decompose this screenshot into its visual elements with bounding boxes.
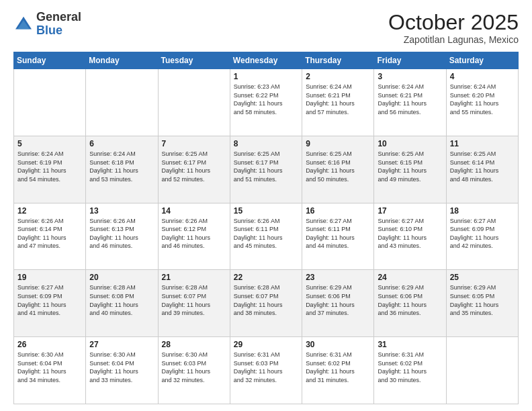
calendar-cell: 26Sunrise: 6:30 AM Sunset: 6:04 PM Dayli…: [14, 337, 86, 404]
logo-blue: Blue: [36, 24, 81, 38]
day-number: 7: [162, 139, 226, 148]
day-number: 24: [378, 273, 442, 282]
calendar-cell: 7Sunrise: 6:25 AM Sunset: 6:17 PM Daylig…: [158, 136, 230, 203]
calendar-cell: 23Sunrise: 6:29 AM Sunset: 6:06 PM Dayli…: [302, 270, 374, 337]
weekday-header-row: SundayMondayTuesdayWednesdayThursdayFrid…: [14, 52, 519, 69]
day-info: Sunrise: 6:25 AM Sunset: 6:16 PM Dayligh…: [306, 150, 370, 183]
day-info: Sunrise: 6:30 AM Sunset: 6:04 PM Dayligh…: [17, 351, 82, 384]
weekday-header-sunday: Sunday: [14, 52, 86, 69]
day-number: 31: [378, 340, 442, 349]
day-number: 21: [162, 273, 226, 282]
calendar-cell: 13Sunrise: 6:26 AM Sunset: 6:13 PM Dayli…: [86, 203, 158, 270]
day-number: 10: [378, 139, 442, 148]
day-info: Sunrise: 6:25 AM Sunset: 6:17 PM Dayligh…: [234, 150, 298, 183]
logo-icon: [13, 14, 34, 34]
day-number: 18: [450, 206, 515, 216]
day-number: 23: [306, 273, 370, 282]
day-number: 15: [234, 206, 298, 216]
calendar-cell: 11Sunrise: 6:25 AM Sunset: 6:14 PM Dayli…: [446, 136, 518, 203]
calendar-week-row: 1Sunrise: 6:23 AM Sunset: 6:22 PM Daylig…: [14, 69, 519, 136]
day-number: 9: [306, 139, 370, 148]
day-number: 13: [89, 206, 154, 216]
calendar-cell: 30Sunrise: 6:31 AM Sunset: 6:02 PM Dayli…: [302, 337, 374, 404]
day-info: Sunrise: 6:26 AM Sunset: 6:13 PM Dayligh…: [89, 217, 154, 250]
day-number: 26: [17, 340, 82, 349]
day-info: Sunrise: 6:27 AM Sunset: 6:09 PM Dayligh…: [17, 283, 82, 317]
day-number: 3: [378, 72, 442, 81]
day-number: 4: [450, 72, 515, 81]
day-info: Sunrise: 6:25 AM Sunset: 6:14 PM Dayligh…: [450, 150, 515, 183]
calendar-cell: [14, 69, 86, 136]
day-info: Sunrise: 6:26 AM Sunset: 6:12 PM Dayligh…: [162, 217, 226, 250]
calendar-cell: 21Sunrise: 6:28 AM Sunset: 6:07 PM Dayli…: [158, 270, 230, 337]
day-info: Sunrise: 6:29 AM Sunset: 6:06 PM Dayligh…: [306, 283, 370, 317]
calendar-cell: 6Sunrise: 6:24 AM Sunset: 6:18 PM Daylig…: [86, 136, 158, 203]
calendar-week-row: 12Sunrise: 6:26 AM Sunset: 6:14 PM Dayli…: [14, 203, 519, 270]
day-info: Sunrise: 6:26 AM Sunset: 6:14 PM Dayligh…: [17, 217, 82, 250]
day-number: 5: [17, 139, 82, 148]
location-subtitle: Zapotitlan Lagunas, Mexico: [388, 34, 519, 45]
day-info: Sunrise: 6:24 AM Sunset: 6:18 PM Dayligh…: [89, 150, 154, 183]
day-info: Sunrise: 6:25 AM Sunset: 6:17 PM Dayligh…: [162, 150, 226, 183]
calendar-cell: 12Sunrise: 6:26 AM Sunset: 6:14 PM Dayli…: [14, 203, 86, 270]
calendar-cell: [446, 337, 518, 404]
day-info: Sunrise: 6:28 AM Sunset: 6:07 PM Dayligh…: [234, 283, 298, 317]
day-info: Sunrise: 6:29 AM Sunset: 6:06 PM Dayligh…: [378, 283, 442, 317]
calendar-cell: 10Sunrise: 6:25 AM Sunset: 6:15 PM Dayli…: [374, 136, 446, 203]
logo-text: General Blue: [36, 11, 81, 38]
day-info: Sunrise: 6:24 AM Sunset: 6:20 PM Dayligh…: [450, 83, 515, 116]
weekday-header-tuesday: Tuesday: [158, 52, 230, 69]
weekday-header-monday: Monday: [86, 52, 158, 69]
day-number: 12: [17, 206, 82, 216]
day-number: 27: [89, 340, 154, 349]
day-info: Sunrise: 6:27 AM Sunset: 6:09 PM Dayligh…: [450, 217, 515, 250]
day-info: Sunrise: 6:28 AM Sunset: 6:07 PM Dayligh…: [162, 283, 226, 317]
calendar-cell: 2Sunrise: 6:24 AM Sunset: 6:21 PM Daylig…: [302, 69, 374, 136]
calendar-week-row: 19Sunrise: 6:27 AM Sunset: 6:09 PM Dayli…: [14, 270, 519, 337]
calendar-cell: 9Sunrise: 6:25 AM Sunset: 6:16 PM Daylig…: [302, 136, 374, 203]
day-info: Sunrise: 6:24 AM Sunset: 6:21 PM Dayligh…: [306, 83, 370, 116]
calendar-cell: 1Sunrise: 6:23 AM Sunset: 6:22 PM Daylig…: [230, 69, 302, 136]
day-info: Sunrise: 6:30 AM Sunset: 6:03 PM Dayligh…: [162, 351, 226, 384]
calendar-cell: 29Sunrise: 6:31 AM Sunset: 6:03 PM Dayli…: [230, 337, 302, 404]
day-info: Sunrise: 6:25 AM Sunset: 6:15 PM Dayligh…: [378, 150, 442, 183]
calendar-week-row: 26Sunrise: 6:30 AM Sunset: 6:04 PM Dayli…: [14, 337, 519, 404]
day-info: Sunrise: 6:29 AM Sunset: 6:05 PM Dayligh…: [450, 283, 515, 317]
title-block: October 2025 Zapotitlan Lagunas, Mexico: [388, 11, 519, 45]
day-info: Sunrise: 6:28 AM Sunset: 6:08 PM Dayligh…: [89, 283, 154, 317]
calendar-cell: 15Sunrise: 6:26 AM Sunset: 6:11 PM Dayli…: [230, 203, 302, 270]
day-number: 30: [306, 340, 370, 349]
calendar-cell: 22Sunrise: 6:28 AM Sunset: 6:07 PM Dayli…: [230, 270, 302, 337]
day-number: 16: [306, 206, 370, 216]
calendar-cell: 18Sunrise: 6:27 AM Sunset: 6:09 PM Dayli…: [446, 203, 518, 270]
day-number: 19: [17, 273, 82, 282]
day-number: 8: [234, 139, 298, 148]
day-number: 28: [162, 340, 226, 349]
day-info: Sunrise: 6:30 AM Sunset: 6:04 PM Dayligh…: [89, 351, 154, 384]
day-info: Sunrise: 6:26 AM Sunset: 6:11 PM Dayligh…: [234, 217, 298, 250]
calendar-cell: 20Sunrise: 6:28 AM Sunset: 6:08 PM Dayli…: [86, 270, 158, 337]
calendar-cell: 25Sunrise: 6:29 AM Sunset: 6:05 PM Dayli…: [446, 270, 518, 337]
calendar-cell: 28Sunrise: 6:30 AM Sunset: 6:03 PM Dayli…: [158, 337, 230, 404]
day-info: Sunrise: 6:31 AM Sunset: 6:02 PM Dayligh…: [306, 351, 370, 384]
day-number: 1: [234, 72, 298, 81]
day-number: 17: [378, 206, 442, 216]
header: General Blue October 2025 Zapotitlan Lag…: [13, 11, 519, 45]
calendar-table: SundayMondayTuesdayWednesdayThursdayFrid…: [13, 52, 519, 404]
weekday-header-friday: Friday: [374, 52, 446, 69]
calendar-cell: 14Sunrise: 6:26 AM Sunset: 6:12 PM Dayli…: [158, 203, 230, 270]
calendar-cell: 16Sunrise: 6:27 AM Sunset: 6:11 PM Dayli…: [302, 203, 374, 270]
day-number: 20: [89, 273, 154, 282]
month-title: October 2025: [388, 11, 519, 34]
calendar-cell: 4Sunrise: 6:24 AM Sunset: 6:20 PM Daylig…: [446, 69, 518, 136]
weekday-header-saturday: Saturday: [446, 52, 518, 69]
calendar-cell: [158, 69, 230, 136]
day-number: 2: [306, 72, 370, 81]
calendar-cell: 3Sunrise: 6:24 AM Sunset: 6:21 PM Daylig…: [374, 69, 446, 136]
day-number: 14: [162, 206, 226, 216]
day-info: Sunrise: 6:31 AM Sunset: 6:02 PM Dayligh…: [378, 351, 442, 384]
day-info: Sunrise: 6:23 AM Sunset: 6:22 PM Dayligh…: [234, 83, 298, 116]
logo-general: General: [36, 11, 81, 24]
day-info: Sunrise: 6:27 AM Sunset: 6:11 PM Dayligh…: [306, 217, 370, 250]
calendar-cell: 31Sunrise: 6:31 AM Sunset: 6:02 PM Dayli…: [374, 337, 446, 404]
